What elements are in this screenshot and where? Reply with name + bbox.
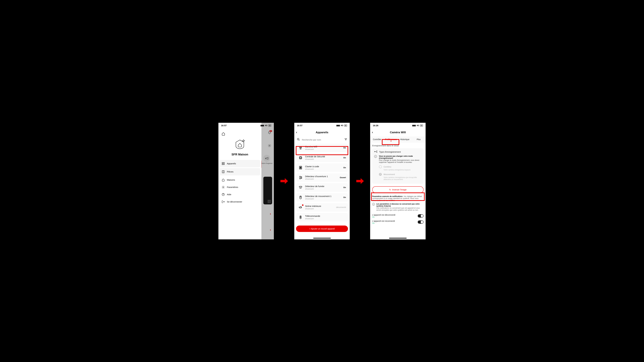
device-list: Caméra Wifishowroom On Centrale de Sécur… xyxy=(294,143,350,224)
houses-icon xyxy=(222,178,225,182)
drawer-item-label: Pièces xyxy=(227,170,234,173)
info-icon: i xyxy=(374,155,377,163)
tutorial-arrow-icon xyxy=(356,177,364,185)
svg-point-28 xyxy=(300,197,301,197)
info2-title: Les paramètres ci-dessous ne concernent … xyxy=(376,203,420,207)
drawer-item-parametres[interactable]: Paramètres xyxy=(218,184,261,191)
svg-point-19 xyxy=(300,167,301,168)
network-label: 4G xyxy=(341,124,343,127)
device-row-camera[interactable]: Caméra Wifishowroom On xyxy=(296,144,348,152)
info-block: i Les paramètres ci-dessous ne concernen… xyxy=(372,203,424,211)
search-input[interactable] xyxy=(302,138,342,141)
door-sensor-icon xyxy=(298,175,303,180)
page-header: ‹ Appareils xyxy=(294,128,350,136)
keypad-icon xyxy=(298,165,303,170)
toggle-label: L'appareil est reconnecté xyxy=(372,220,395,222)
dim-overlay[interactable] xyxy=(262,123,274,239)
app-logo xyxy=(218,139,261,150)
svg-rect-12 xyxy=(300,156,302,159)
toggle-label: L'appareil est déconnecté xyxy=(372,214,396,216)
drawer-item-appareils[interactable]: Appareils xyxy=(220,160,260,167)
drawer-item-maisons[interactable]: Maisons xyxy=(218,176,261,184)
toggle-switch[interactable] xyxy=(418,214,424,218)
invert-image-button[interactable]: ↻ Inverser l'image xyxy=(372,186,424,193)
tab-plus[interactable]: Plus xyxy=(412,136,426,142)
svg-point-1 xyxy=(243,140,244,141)
add-device-button[interactable]: + Ajouter un nouvel appareil xyxy=(296,226,348,232)
signal-icon: ▮▮▮▮ xyxy=(336,124,340,127)
status-time: 16:26 xyxy=(373,124,378,127)
svg-point-11 xyxy=(300,147,301,148)
svg-rect-4 xyxy=(222,164,223,165)
hub-icon xyxy=(298,155,303,160)
search-icon xyxy=(297,138,300,142)
svg-point-10 xyxy=(300,146,302,148)
toggle-disconnected: L'appareil est déconnectéOn xyxy=(372,213,424,219)
drawer-item-pieces[interactable]: Pièces xyxy=(220,168,260,175)
navigation-drawer: SFR Maison Appareils Pièces Maisons Para… xyxy=(218,128,262,239)
svg-point-22 xyxy=(300,168,301,168)
tab-historique[interactable]: Historique xyxy=(398,136,412,142)
page-header: ‹ Caméra Wifi xyxy=(370,128,426,136)
device-row-door-sensor[interactable]: Détecteur d'ouverture 1showroom Ouvert xyxy=(296,173,348,182)
option-continu[interactable]: Continu xyxy=(379,165,422,168)
device-name: Détecteur de fumée xyxy=(305,185,324,187)
device-room: showroom xyxy=(305,208,321,210)
device-name: Détecteur de mouvement 1 xyxy=(305,195,332,197)
device-row-keypad[interactable]: Clavier à codeshowroom On xyxy=(296,163,348,172)
back-button[interactable]: ‹ xyxy=(296,130,297,134)
svg-point-16 xyxy=(300,167,301,167)
option-mouvement-desc: Votre caméra n'enregistrera que lorsqu'e… xyxy=(384,176,422,180)
device-state: Ouvert xyxy=(340,176,346,179)
tutorial-sequence: 16:57 ▮▮▮▮ 4G 66 30 Mode d'urgence ⛶ › › xyxy=(216,120,428,242)
device-name: Détecteur d'ouverture 1 xyxy=(305,175,328,178)
device-state: On xyxy=(343,186,346,189)
drawer-title: SFR Maison xyxy=(218,153,261,156)
page-title: Appareils xyxy=(316,131,328,134)
network-label: 4G xyxy=(416,124,419,127)
status-bar: 16:26 ▮▮▮▮ 4G 69 xyxy=(370,123,426,128)
home-indicator[interactable] xyxy=(389,238,406,239)
invert-label: Inverser l'image xyxy=(392,189,406,191)
toggle-reconnected: L'appareil est reconnectéOn xyxy=(372,219,424,225)
home-icon[interactable] xyxy=(218,128,261,138)
device-row-siren[interactable]: Sirène intérieureshowroom déconnecté xyxy=(296,203,348,212)
svg-rect-13 xyxy=(300,157,301,158)
radio-checked-icon xyxy=(379,173,382,176)
device-row-hub[interactable]: Centrale de Sécuritéshowroom On xyxy=(296,153,348,162)
svg-rect-14 xyxy=(300,166,302,169)
search-bar[interactable] xyxy=(294,136,350,143)
status-time: 16:57 xyxy=(297,124,302,127)
tab-bar: Contrôler Préférences Historique Plus xyxy=(370,136,426,142)
device-state: On xyxy=(343,166,346,169)
device-state: On xyxy=(343,196,346,198)
device-row-smoke[interactable]: Détecteur de fuméeshowroom On xyxy=(296,183,348,192)
device-row-motion[interactable]: Détecteur de mouvement 1showroom On xyxy=(296,193,348,202)
tab-controler[interactable]: Contrôler xyxy=(370,136,384,142)
filter-icon[interactable] xyxy=(344,138,347,141)
info2-body: Ces notifications ne concernent que cet … xyxy=(376,207,420,211)
camera-icon xyxy=(298,145,303,150)
svg-point-23 xyxy=(301,168,301,168)
warn-body: Pour changer le mode d'enregistrement, v… xyxy=(379,159,420,163)
tab-label: Préférences xyxy=(385,138,397,141)
tab-preferences[interactable]: Préférences xyxy=(384,136,398,142)
option-mouvement[interactable]: Mouvement xyxy=(379,173,422,176)
svg-point-15 xyxy=(300,167,300,167)
device-name: Clavier à code xyxy=(305,165,319,168)
toggle-state: On xyxy=(372,216,396,218)
toggle-switch[interactable] xyxy=(418,220,424,224)
svg-point-17 xyxy=(301,167,301,167)
device-row-remote[interactable]: Télécommandeshowroom xyxy=(296,213,348,221)
device-room: showroom xyxy=(305,168,319,170)
phone-screen-3: 16:26 ▮▮▮▮ 4G 69 ‹ Caméra Wifi Contrôler… xyxy=(370,123,426,239)
drawer-item-aide[interactable]: Aide xyxy=(218,191,261,198)
svg-point-30 xyxy=(300,216,301,217)
back-button[interactable]: ‹ xyxy=(372,130,373,134)
drawer-item-logout[interactable]: Se déconnecter xyxy=(218,198,261,205)
device-state: On xyxy=(343,147,346,149)
home-indicator[interactable] xyxy=(313,238,331,239)
remote-icon xyxy=(298,215,303,220)
battery-icon: 66 xyxy=(344,124,347,127)
option-label: Mouvement xyxy=(384,173,395,176)
